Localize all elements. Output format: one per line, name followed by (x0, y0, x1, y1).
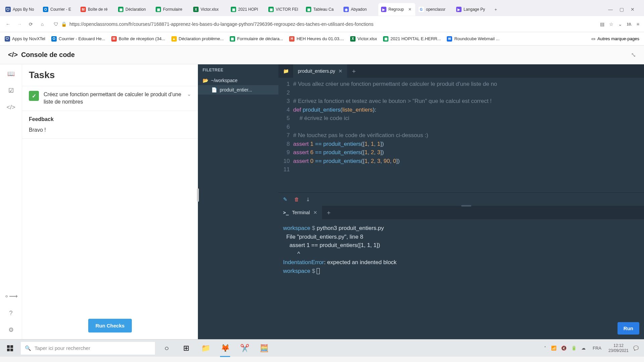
browser-tab-active[interactable]: ▶Regroup✕ (378, 3, 415, 16)
browser-tab[interactable]: XVictor.xlsx (191, 3, 227, 16)
download-icon[interactable]: ⤓ (306, 196, 310, 202)
browser-tab[interactable]: ▦Tableau Ca (303, 3, 340, 16)
collapse-icon[interactable]: ⤡ (631, 51, 636, 59)
browser-tab[interactable]: ◉Abyadon (341, 3, 378, 16)
bookmarks-bar: 🛡Apps by NovXTel OCourrier - Edouard He.… (0, 32, 644, 46)
taskbar-search[interactable]: 🔍 Taper ici pour rechercher (21, 342, 155, 355)
volume-icon[interactable]: 🔇 (561, 346, 567, 351)
close-icon[interactable]: ✕ (338, 68, 342, 74)
tasks-icon[interactable]: ☑ (6, 86, 16, 95)
share-icon[interactable]: ⚬⟶ (6, 292, 16, 301)
battery-icon[interactable]: 🔋 (571, 346, 577, 351)
run-checks-button[interactable]: Run Checks (88, 319, 132, 333)
language-indicator[interactable]: FRA (590, 345, 604, 352)
bookmark[interactable]: ▲Déclaration problème... (171, 36, 224, 42)
window-controls: — ▢ ✕ (601, 7, 641, 12)
editor-tab[interactable]: produit_entiers.py ✕ (293, 64, 347, 78)
shield-icon: 🛡 (54, 21, 58, 27)
console-header: </> Console de code ⤡ (0, 46, 644, 64)
add-tab-button[interactable]: ＋ (347, 67, 361, 75)
onedrive-icon[interactable]: ☁ (581, 346, 586, 351)
firefox-icon[interactable]: 🦊 (217, 340, 233, 357)
browser-tab-strip: 🛡Apps By No OCourrier - E MBoîte de ré ▦… (0, 0, 644, 16)
chevron-up-icon[interactable]: ˄ (544, 346, 546, 351)
task-text: Créez une fonction permettant de calcule… (44, 91, 182, 106)
book-icon[interactable]: 📖 (6, 69, 16, 78)
edit-icon[interactable]: ✎ (283, 196, 287, 202)
code-editor[interactable]: 1# Vous allez créer une fonction permett… (278, 78, 644, 192)
systray: ˄ 📶 🔇 🔋 ☁ FRA 12:12 23/09/2021 💬 (539, 343, 644, 353)
back-button[interactable]: ← (5, 21, 11, 27)
feedback-text: Bravo ! (29, 127, 191, 133)
help-icon[interactable]: ? (6, 308, 16, 318)
url-box[interactable]: 🛡 🔒 https://openclassrooms.com/fr/course… (50, 19, 595, 29)
browser-tab[interactable]: ▦VICTOR FEI (266, 3, 303, 16)
close-icon[interactable]: ✕ (407, 7, 413, 12)
minimize-icon[interactable]: — (608, 7, 613, 12)
forward-button[interactable]: → (16, 21, 23, 27)
calculator-icon[interactable]: 🧮 (256, 340, 272, 357)
editor-toolbar: ✎ 🗑 ⤓ (278, 192, 644, 206)
folder-open-icon: 📂 (203, 78, 208, 83)
terminal-tab[interactable]: >_ Terminal ✕ (278, 206, 322, 219)
console-title-text: Console de code (21, 51, 75, 59)
chevron-down-icon[interactable]: ⌄ (187, 91, 191, 97)
browser-tab[interactable]: 🛡Apps By No (3, 3, 40, 16)
address-bar: ← → ⟳ ⌂ 🛡 🔒 https://openclassrooms.com/f… (0, 16, 644, 32)
task-view-icon[interactable]: ⊞ (178, 340, 195, 357)
resize-handle[interactable] (461, 205, 471, 206)
wifi-icon[interactable]: 📶 (551, 346, 556, 351)
filetree-header: FILETREE (198, 64, 278, 76)
browser-tab[interactable]: OCourrier - E (40, 3, 77, 16)
snip-icon[interactable]: ✂️ (236, 340, 253, 357)
menu-icon[interactable]: ≡ (637, 21, 639, 27)
explorer-icon[interactable]: 📁 (197, 340, 214, 357)
add-terminal-button[interactable]: ＋ (322, 208, 335, 217)
reload-button[interactable]: ⟳ (28, 21, 34, 27)
lock-icon: 🔒 (61, 21, 67, 27)
close-window-icon[interactable]: ✕ (631, 7, 635, 12)
new-tab-button[interactable]: ＋ (491, 3, 504, 16)
trash-icon[interactable]: 🗑 (294, 196, 299, 202)
pocket-icon[interactable]: ⌄ (618, 21, 622, 27)
filetree-file[interactable]: 📄 produit_entier... (198, 85, 278, 95)
reader-icon[interactable]: ▤ (600, 21, 604, 27)
bookmark[interactable]: ✉Roundcube Webmail ... (447, 36, 499, 42)
feedback-title: Feedback (29, 116, 191, 122)
settings-icon[interactable]: ⚙ (6, 325, 16, 335)
bookmark[interactable]: 🛡Apps by NovXTel (5, 36, 45, 42)
bookmark[interactable]: XVictor.xlsx (350, 36, 377, 42)
start-button[interactable] (0, 340, 20, 357)
bookmark[interactable]: ▦Formulaire de déclara... (230, 36, 283, 42)
bookmark[interactable]: MBoîte de réception (34... (111, 36, 165, 42)
splitter-handle[interactable] (197, 188, 199, 202)
task-item[interactable]: ✓ Créez une fonction permettant de calcu… (22, 86, 198, 111)
maximize-icon[interactable]: ▢ (620, 7, 624, 12)
bookmark[interactable]: ▦2021 HOPITAL E.HERR... (383, 36, 441, 42)
browser-tab[interactable]: Gopenclassr (416, 3, 453, 16)
file-icon: 📄 (211, 87, 217, 93)
clock[interactable]: 12:12 23/09/2021 (608, 343, 629, 353)
browser-tab[interactable]: ▶Langage Py (453, 3, 490, 16)
browser-tab[interactable]: ▦Déclaration (115, 3, 152, 16)
filetree-root[interactable]: 📂 ~/workspace (198, 76, 278, 85)
editor-panel: 📁 produit_entiers.py ✕ ＋ 1# Vous allez c… (278, 64, 644, 339)
run-button[interactable]: Run (618, 322, 639, 335)
other-bookmarks[interactable]: ▭Autres marque-pages (591, 36, 639, 41)
bookmark[interactable]: HHEH Heures du 01.03.... (289, 36, 344, 42)
folder-icon[interactable]: 📁 (278, 64, 293, 78)
search-icon: 🔍 (25, 345, 31, 351)
browser-tab[interactable]: ▦Formulaire (153, 3, 190, 16)
notifications-icon[interactable]: 💬 (633, 346, 639, 351)
bookmark[interactable]: OCourrier - Edouard He... (51, 36, 105, 42)
close-icon[interactable]: ✕ (313, 210, 317, 215)
browser-tab[interactable]: ▦2021 HOPI (228, 3, 265, 16)
feedback-section: Feedback Bravo ! (22, 111, 198, 139)
bookmark-star-icon[interactable]: ☆ (609, 21, 613, 27)
cortana-icon[interactable]: ○ (158, 340, 175, 357)
home-button[interactable]: ⌂ (39, 21, 46, 27)
terminal-body[interactable]: workspace $ python3 produit_entiers.py F… (278, 219, 644, 339)
browser-tab[interactable]: MBoîte de ré (78, 3, 115, 16)
terminal-icon: >_ (283, 210, 289, 215)
code-rail-icon[interactable]: </> (6, 103, 16, 112)
